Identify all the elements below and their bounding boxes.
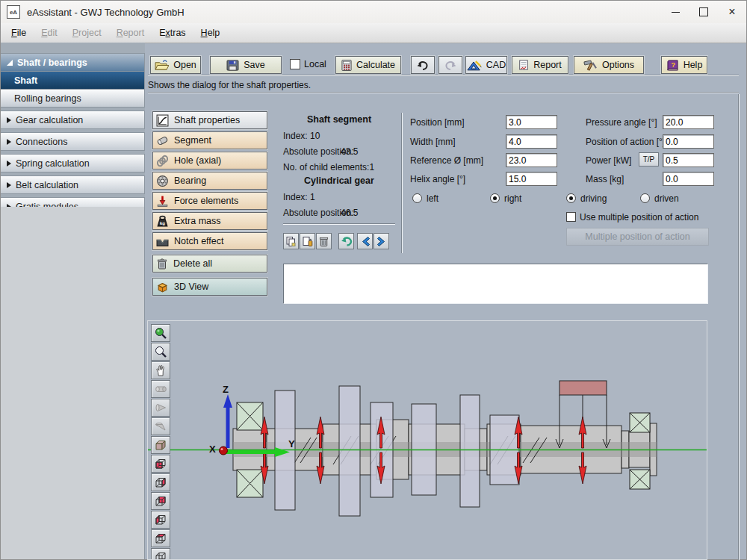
title-bar: eA eAssistant - GWJ Technology GmbH × xyxy=(1,1,746,24)
help-button[interactable]: ? Help xyxy=(661,56,707,74)
bearing-button[interactable]: Bearing xyxy=(152,172,267,190)
save-button[interactable]: Save xyxy=(210,56,282,74)
options-button[interactable]: Options xyxy=(574,56,644,74)
sidebar-group-belt-calculation[interactable]: Belt calculation xyxy=(1,175,145,194)
segment-index: Index: 10 xyxy=(283,131,320,141)
width-label: Width [mm] xyxy=(410,137,456,147)
power-label: Power [kW] xyxy=(586,155,631,166)
sidebar-item-shaft[interactable]: Shaft xyxy=(1,72,145,90)
open-button[interactable]: Open xyxy=(150,56,201,74)
floppy-save-icon xyxy=(226,60,239,71)
view-iso-button[interactable] xyxy=(151,436,170,454)
copy-element-button[interactable] xyxy=(283,233,299,249)
view-face-back-button[interactable] xyxy=(151,492,170,510)
position-label: Position [mm] xyxy=(410,117,465,128)
torque-power-toggle-button[interactable]: T/P xyxy=(639,152,659,167)
maximize-button[interactable] xyxy=(689,1,718,23)
mass-input[interactable] xyxy=(663,172,714,186)
multiple-position-checkbox[interactable] xyxy=(566,212,576,222)
collapsed-triangle-icon xyxy=(7,161,11,167)
cad-button[interactable]: CAD xyxy=(465,56,507,74)
sidebar-group-spring-calculation[interactable]: Spring calculation xyxy=(1,154,145,172)
local-checkbox[interactable] xyxy=(290,59,300,69)
minimize-button[interactable] xyxy=(661,1,689,23)
message-text-area[interactable] xyxy=(283,264,708,304)
sidebar-group-connections[interactable]: Connections xyxy=(1,132,145,151)
helix-right-radio[interactable] xyxy=(490,193,500,203)
maximize-icon xyxy=(699,7,708,16)
cylinder-view-icon xyxy=(154,382,167,396)
gear-heading: Cylindrical gear xyxy=(281,175,397,186)
driving-radio[interactable] xyxy=(566,193,576,203)
extra-mass-button[interactable]: kg Extra mass xyxy=(152,212,267,230)
view-face-right-button[interactable] xyxy=(151,473,170,491)
helix-left-radio[interactable] xyxy=(412,193,422,203)
view-face-left-button[interactable] xyxy=(151,511,170,529)
pressure-angle-input[interactable] xyxy=(663,115,714,129)
sidebar-group-gear-calculation[interactable]: Gear calculation xyxy=(1,111,145,129)
force-elements-button[interactable]: Force elements xyxy=(152,192,267,210)
sidebar-group-shaft-bearings[interactable]: Shaft / bearings xyxy=(1,53,145,72)
menu-extras[interactable]: Extras xyxy=(152,25,193,40)
view-face-front-button[interactable] xyxy=(151,455,170,473)
trash-icon xyxy=(156,258,168,270)
shaft-3d-view[interactable]: Z Y X xyxy=(147,320,707,560)
trash-icon xyxy=(318,236,329,247)
view-zoom-out-button[interactable] xyxy=(151,343,170,361)
view-3d-button[interactable]: 3D View xyxy=(152,278,267,296)
position-input[interactable] xyxy=(506,115,557,129)
sidebar-item-rolling-bearings[interactable]: Rolling bearings xyxy=(1,90,145,108)
cylinder-icon xyxy=(156,134,169,147)
chevron-right-icon xyxy=(376,236,387,247)
cube-back-face-icon xyxy=(154,494,167,508)
position-of-action-input[interactable] xyxy=(663,134,714,149)
delete-element-button[interactable] xyxy=(316,233,332,249)
menu-help[interactable]: Help xyxy=(193,25,228,40)
menu-file[interactable]: File xyxy=(4,25,34,40)
cube-right-face-icon xyxy=(154,476,167,489)
cube-bottom-face-icon xyxy=(154,550,167,560)
power-input[interactable] xyxy=(663,153,714,167)
next-element-button[interactable] xyxy=(374,233,389,249)
hole-axial-button[interactable]: Hole (axial) xyxy=(152,152,267,169)
help-book-icon: ? xyxy=(666,60,679,71)
undo-element-button[interactable] xyxy=(338,233,354,249)
force-arrow-icon xyxy=(156,195,169,208)
segment-heading: Shaft segment xyxy=(281,114,397,125)
app-icon: eA xyxy=(7,5,20,19)
menu-report: Report xyxy=(109,25,152,40)
collapsed-triangle-icon xyxy=(7,117,11,123)
status-separator xyxy=(148,92,739,93)
width-input[interactable] xyxy=(506,134,557,149)
previous-element-button[interactable] xyxy=(357,233,373,249)
segment-button[interactable]: Segment xyxy=(152,131,267,149)
cad-setsquare-icon xyxy=(467,60,482,71)
position-of-action-label: Position of action [°] xyxy=(586,137,665,147)
report-button[interactable]: Report xyxy=(512,56,568,74)
report-page-icon xyxy=(518,59,529,71)
helix-angle-input[interactable] xyxy=(506,172,557,186)
shaft-properties-button[interactable]: Shaft properties xyxy=(152,111,267,129)
paste-element-button[interactable] xyxy=(300,233,315,249)
copy-icon xyxy=(285,236,297,247)
view-toolbar xyxy=(151,324,170,560)
notch-effect-button[interactable]: Notch effect xyxy=(152,232,267,250)
view-pan-button[interactable] xyxy=(151,361,170,379)
mass-label: Mass [kg] xyxy=(586,174,624,184)
close-button[interactable]: × xyxy=(718,1,746,23)
chevron-left-icon xyxy=(360,236,371,247)
view-face-top-button[interactable] xyxy=(151,529,170,547)
driven-radio[interactable] xyxy=(640,193,650,203)
delete-all-button[interactable]: Delete all xyxy=(152,255,267,273)
gear-abs-value: 46.5 xyxy=(341,208,358,218)
view-cylinder-button xyxy=(151,380,170,398)
collapsed-triangle-icon xyxy=(7,182,11,188)
sidebar-filler xyxy=(1,207,145,559)
view-face-bottom-button[interactable] xyxy=(151,548,170,560)
reference-diameter-label: Reference Ø [mm] xyxy=(410,155,483,166)
reference-diameter-input[interactable] xyxy=(506,153,557,167)
undo-button[interactable] xyxy=(411,56,435,74)
view-zoom-in-button[interactable] xyxy=(151,324,170,342)
calculate-button[interactable]: Calculate xyxy=(335,56,401,74)
undo-green-icon xyxy=(341,236,353,246)
